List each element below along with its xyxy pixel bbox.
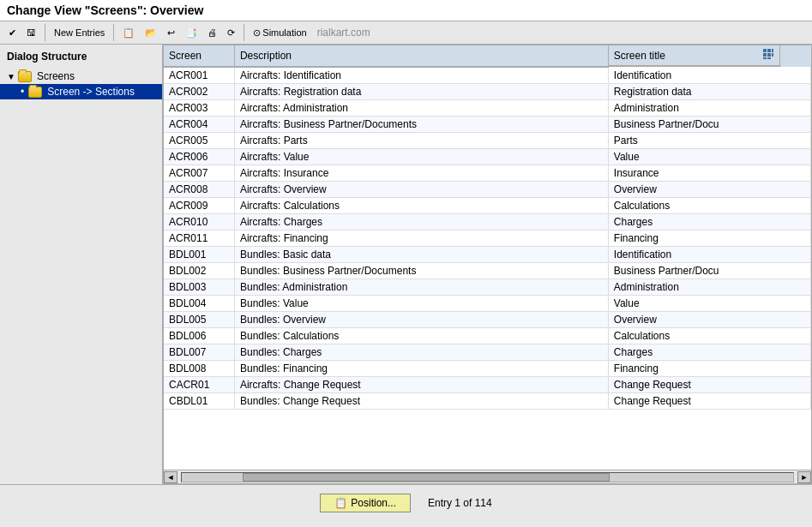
- table-row[interactable]: ACR003Aircrafts: AdministrationAdministr…: [164, 100, 811, 117]
- page-button[interactable]: 📑: [182, 25, 201, 41]
- sidebar: Dialog Structure ▼ Screens • Screen -> S…: [0, 45, 163, 484]
- svg-rect-0: [763, 49, 767, 52]
- checkmark-button[interactable]: ✔: [5, 25, 20, 41]
- page-title: Change View "Screens": Overview: [7, 3, 203, 17]
- cell-title: Administration: [608, 100, 810, 117]
- cell-title: Financing: [608, 361, 810, 377]
- table-row[interactable]: ACR010Aircrafts: ChargesCharges: [164, 214, 811, 231]
- svg-rect-7: [767, 57, 771, 59]
- cell-description: Bundles: Calculations: [234, 328, 608, 344]
- cell-description: Aircrafts: Business Partner/Documents: [234, 117, 608, 133]
- watermark: rialkart.com: [317, 27, 370, 39]
- sections-folder-icon: [28, 87, 42, 98]
- scroll-right-btn[interactable]: ►: [797, 471, 811, 483]
- cell-description: Aircrafts: Registration data: [234, 84, 608, 100]
- simulation-button[interactable]: ⊙ Simulation: [250, 25, 310, 41]
- table-row[interactable]: BDL008Bundles: FinancingFinancing: [164, 361, 811, 377]
- table-scroll[interactable]: Screen Description Screen title: [164, 45, 811, 470]
- cell-description: Bundles: Value: [234, 296, 608, 312]
- cell-title: Business Partner/Docu: [608, 263, 810, 279]
- content-area: Screen Description Screen title: [163, 45, 812, 484]
- screens-folder-icon: [18, 71, 32, 82]
- table-row[interactable]: ACR004Aircrafts: Business Partner/Docume…: [164, 117, 811, 133]
- cell-title: Parts: [608, 133, 810, 149]
- main-container: Dialog Structure ▼ Screens • Screen -> S…: [0, 45, 812, 484]
- cell-screen: ACR005: [164, 133, 234, 149]
- cell-screen: ACR003: [164, 100, 234, 117]
- cell-screen: ACR009: [164, 198, 234, 214]
- entry-info: Entry 1 of 114: [428, 497, 492, 509]
- cell-screen: BDL005: [164, 312, 234, 328]
- cell-description: Aircrafts: Insurance: [234, 165, 608, 182]
- simulation-label: Simulation: [262, 27, 306, 38]
- table-row[interactable]: BDL005Bundles: OverviewOverview: [164, 312, 811, 328]
- sidebar-title: Dialog Structure: [0, 48, 162, 65]
- svg-rect-1: [767, 49, 771, 52]
- table-row[interactable]: BDL006Bundles: CalculationsCalculations: [164, 328, 811, 344]
- svg-rect-4: [767, 53, 771, 57]
- cell-screen: ACR004: [164, 117, 234, 133]
- cell-screen: BDL006: [164, 328, 234, 344]
- cell-title: Financing: [608, 231, 810, 247]
- cell-title: Value: [608, 149, 810, 165]
- refresh-button[interactable]: ⟳: [224, 25, 238, 41]
- cell-title: Overview: [608, 312, 810, 328]
- table-row[interactable]: CACR01Aircrafts: Change RequestChange Re…: [164, 377, 811, 393]
- cell-screen: CBDL01: [164, 393, 234, 410]
- horizontal-scrollbar[interactable]: ◄ ►: [164, 470, 811, 483]
- separator-2: [113, 24, 114, 41]
- table-row[interactable]: CBDL01Bundles: Change RequestChange Requ…: [164, 393, 811, 410]
- cell-description: Aircrafts: Overview: [234, 182, 608, 198]
- table-row[interactable]: ACR007Aircrafts: InsuranceInsurance: [164, 165, 811, 182]
- cell-screen: ACR001: [164, 67, 234, 84]
- svg-rect-6: [763, 57, 767, 59]
- table-row[interactable]: ACR001Aircrafts: IdentificationIdentific…: [164, 67, 811, 84]
- save-button[interactable]: 🖫: [23, 25, 39, 40]
- expand-arrow: ▼: [7, 72, 15, 81]
- table-row[interactable]: ACR002Aircrafts: Registration dataRegist…: [164, 84, 811, 100]
- cell-screen: CACR01: [164, 377, 234, 393]
- table-row[interactable]: BDL004Bundles: ValueValue: [164, 296, 811, 312]
- folder-button[interactable]: 📂: [141, 25, 160, 41]
- svg-rect-5: [772, 53, 773, 57]
- cell-title: Calculations: [608, 328, 810, 344]
- undo-button[interactable]: ↩: [164, 25, 178, 41]
- cell-description: Bundles: Change Request: [234, 393, 608, 410]
- table-row[interactable]: BDL002Bundles: Business Partner/Document…: [164, 263, 811, 279]
- copy-button[interactable]: 📋: [119, 25, 138, 41]
- table-row[interactable]: ACR006Aircrafts: ValueValue: [164, 149, 811, 165]
- sidebar-item-screen-sections[interactable]: • Screen -> Sections: [0, 84, 162, 99]
- cell-title: Value: [608, 296, 810, 312]
- print-button[interactable]: 🖨: [204, 25, 220, 40]
- cell-title: Charges: [608, 344, 810, 361]
- table-container: Screen Description Screen title: [163, 45, 812, 484]
- scroll-left-btn[interactable]: ◄: [164, 471, 177, 483]
- header-row: Screen Description Screen title: [164, 45, 811, 67]
- scroll-track[interactable]: [181, 472, 794, 482]
- cell-title: Administration: [608, 279, 810, 296]
- cell-description: Bundles: Financing: [234, 361, 608, 377]
- table-row[interactable]: BDL003Bundles: AdministrationAdministrat…: [164, 279, 811, 296]
- table-row[interactable]: BDL001Bundles: Basic dataIdentification: [164, 247, 811, 263]
- col-screen-header: Screen: [164, 45, 234, 67]
- col-title-header: Screen title: [609, 45, 780, 67]
- table-row[interactable]: ACR011Aircrafts: FinancingFinancing: [164, 231, 811, 247]
- cell-title: Change Request: [608, 393, 810, 410]
- title-bar: Change View "Screens": Overview: [0, 0, 812, 21]
- cell-screen: BDL001: [164, 247, 234, 263]
- cell-screen: BDL003: [164, 279, 234, 296]
- position-button[interactable]: 📋 Position...: [320, 494, 411, 512]
- cell-description: Aircrafts: Parts: [234, 133, 608, 149]
- table-row[interactable]: ACR005Aircrafts: PartsParts: [164, 133, 811, 149]
- svg-rect-2: [772, 49, 773, 52]
- table-row[interactable]: ACR009Aircrafts: CalculationsCalculation…: [164, 198, 811, 214]
- sidebar-item-screens[interactable]: ▼ Screens: [0, 69, 162, 84]
- bullet: •: [21, 86, 24, 98]
- cell-title: Change Request: [608, 377, 810, 393]
- new-entries-button[interactable]: New Entries: [51, 25, 108, 40]
- table-row[interactable]: BDL007Bundles: ChargesCharges: [164, 344, 811, 361]
- table-body: ACR001Aircrafts: IdentificationIdentific…: [164, 67, 811, 410]
- sim-icon: ⊙: [253, 27, 261, 39]
- cell-screen: BDL002: [164, 263, 234, 279]
- table-row[interactable]: ACR008Aircrafts: OverviewOverview: [164, 182, 811, 198]
